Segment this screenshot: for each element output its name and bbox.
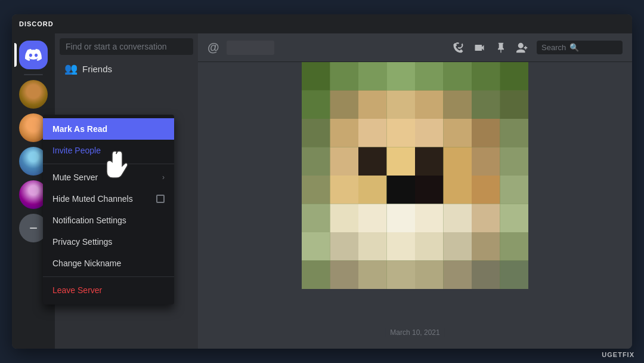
svg-rect-15 [472,91,500,119]
svg-rect-54 [444,232,472,261]
svg-rect-45 [415,204,444,233]
svg-rect-33 [302,176,330,204]
svg-rect-10 [330,91,359,119]
svg-rect-13 [415,91,444,119]
svg-rect-43 [358,204,387,233]
svg-rect-7 [472,62,500,91]
svg-rect-52 [387,232,416,261]
svg-rect-41 [302,204,330,233]
svg-rect-16 [500,91,529,119]
server-icon-1[interactable] [19,80,48,109]
svg-rect-46 [444,204,472,233]
search-icon: 🔍 [569,43,579,52]
svg-rect-61 [415,261,444,290]
svg-rect-23 [472,119,500,147]
svg-rect-34 [330,176,359,204]
date-divider: March 10, 2021 [385,328,444,337]
svg-rect-63 [472,261,500,290]
chat-content: March 10, 2021 [198,62,632,349]
svg-rect-24 [500,119,529,147]
svg-rect-49 [302,232,330,261]
svg-rect-56 [500,232,529,261]
svg-rect-36 [387,176,416,204]
svg-rect-11 [358,91,387,119]
chat-header: @ [198,33,632,62]
svg-rect-18 [330,119,359,147]
svg-rect-44 [387,204,416,233]
svg-rect-55 [472,232,500,261]
svg-rect-8 [500,62,529,91]
chevron-right-icon: › [162,173,165,182]
watermark: UGETFIX [602,351,634,358]
svg-rect-42 [330,204,359,233]
title-bar: DISCORD [12,14,632,33]
svg-rect-38 [444,176,472,204]
svg-rect-32 [500,147,529,176]
call-icon[interactable] [451,41,465,55]
svg-rect-19 [358,119,387,147]
svg-rect-17 [302,119,330,147]
svg-rect-35 [358,176,387,204]
context-leave-server[interactable]: Leave Server [43,279,174,301]
context-invite-people[interactable]: Invite People [43,140,174,161]
context-change-nickname[interactable]: Change Nickname [43,253,174,274]
add-friend-icon[interactable] [515,41,530,55]
svg-rect-5 [415,62,444,91]
svg-rect-4 [387,62,416,91]
svg-rect-22 [444,119,472,147]
svg-rect-48 [500,204,529,233]
server-divider [24,74,43,75]
svg-rect-25 [302,147,330,176]
svg-rect-53 [415,232,444,261]
at-symbol-icon: @ [208,41,219,54]
svg-rect-12 [387,91,416,119]
svg-rect-59 [358,261,387,290]
friends-icon: 👥 [64,62,78,75]
friends-button[interactable]: 👥 Friends [55,57,198,80]
svg-rect-21 [415,119,444,147]
home-button[interactable] [19,41,48,69]
context-separator-2 [43,276,174,277]
svg-rect-3 [358,62,387,91]
svg-rect-47 [472,204,500,233]
svg-rect-6 [444,62,472,91]
dm-search[interactable]: Find or start a conversation [60,38,193,55]
svg-rect-30 [444,147,472,176]
svg-rect-9 [302,91,330,119]
app-logo: DISCORD [19,20,54,27]
context-privacy-settings[interactable]: Privacy Settings [43,231,174,253]
context-mute-server[interactable]: Mute Server › [43,167,174,188]
svg-rect-2 [330,62,359,91]
svg-rect-58 [330,261,359,290]
context-separator-1 [43,164,174,164]
svg-rect-29 [415,147,444,176]
hide-muted-checkbox[interactable] [156,195,165,203]
chat-header-username [227,41,274,55]
context-hide-muted[interactable]: Hide Muted Channels [43,188,174,210]
svg-rect-31 [472,147,500,176]
svg-rect-28 [387,147,416,176]
main-content: − Find or start a conversation 👥 Friends… [12,33,632,349]
svg-rect-20 [387,119,416,147]
svg-rect-37 [415,176,444,204]
svg-rect-51 [358,232,387,261]
svg-rect-27 [358,147,387,176]
svg-rect-57 [302,261,330,290]
svg-rect-40 [500,176,529,204]
svg-rect-1 [302,62,330,91]
svg-rect-62 [444,261,472,290]
context-menu: Mark As Read Invite People Mute Server ›… [43,115,174,304]
context-notification-settings[interactable]: Notification Settings [43,210,174,231]
chat-area: @ [198,33,632,349]
svg-rect-60 [387,261,416,290]
svg-rect-26 [330,147,359,176]
context-mark-as-read[interactable]: Mark As Read [43,118,174,140]
svg-rect-39 [472,176,500,204]
pin-icon[interactable] [494,41,508,55]
chat-search-bar[interactable]: Search 🔍 [537,41,623,54]
svg-rect-64 [500,261,529,290]
svg-rect-14 [444,91,472,119]
video-icon[interactable] [472,41,487,55]
svg-rect-50 [330,232,359,261]
doge-image [284,62,546,289]
